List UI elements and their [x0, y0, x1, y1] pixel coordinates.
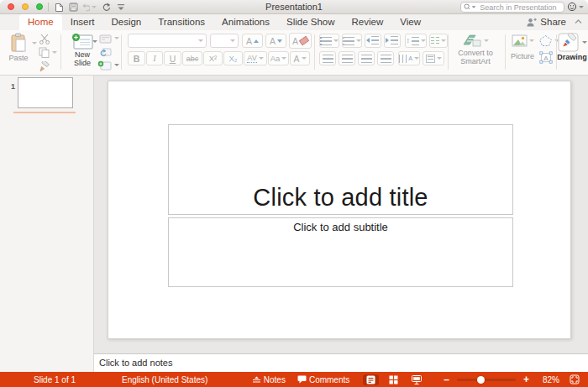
convert-to-smartart-button[interactable]: Convert to SmartArt: [450, 34, 501, 65]
slide-counter: Slide 1 of 1: [34, 375, 76, 384]
notes-toggle-label: Notes: [264, 375, 286, 384]
search-box[interactable]: [460, 2, 564, 13]
tab-home[interactable]: Home: [19, 14, 62, 30]
paste-label: Paste: [8, 54, 28, 62]
paste-button[interactable]: Paste: [5, 33, 32, 62]
reset-slide-button[interactable]: [99, 47, 112, 57]
italic-button[interactable]: I: [146, 51, 163, 65]
cut-button[interactable]: [39, 34, 50, 44]
zoom-in-button[interactable]: +: [523, 374, 529, 385]
group-divider: [121, 34, 122, 70]
comments-button[interactable]: Comments: [297, 375, 349, 384]
slide-show-button[interactable]: [408, 374, 425, 385]
language-status[interactable]: English (United States): [122, 375, 207, 384]
customize-toolbar-button[interactable]: [115, 2, 127, 13]
format-painter-brush-icon: [37, 61, 50, 72]
text-direction-button[interactable]: A: [398, 51, 420, 65]
columns-button[interactable]: [429, 34, 448, 48]
smiley-icon: [567, 2, 577, 12]
tab-view[interactable]: View: [391, 14, 429, 30]
redo-icon: [102, 3, 111, 12]
subscript-button[interactable]: X₂: [223, 51, 243, 65]
superscript-button[interactable]: X²: [203, 51, 223, 65]
copy-button[interactable]: [39, 47, 50, 58]
minimize-window-button[interactable]: [22, 3, 29, 10]
numbering-button[interactable]: [342, 34, 362, 48]
line-spacing-chevron-icon: [421, 39, 426, 42]
tab-insert[interactable]: Insert: [62, 14, 103, 30]
layout-button[interactable]: [99, 34, 112, 44]
bullets-button[interactable]: [319, 34, 339, 48]
increase-indent-button[interactable]: [384, 34, 401, 48]
line-spacing-button[interactable]: ↕: [405, 34, 427, 48]
zoom-level[interactable]: 82%: [543, 375, 559, 384]
share-button[interactable]: Share: [526, 17, 582, 27]
feedback-button[interactable]: [567, 2, 584, 12]
collapse-ribbon-chevron-icon[interactable]: [575, 19, 582, 24]
new-document-button[interactable]: [53, 2, 65, 13]
tab-review[interactable]: Review: [344, 14, 392, 30]
fit-slide-to-window-button[interactable]: [566, 374, 583, 385]
cut-scissors-icon: [39, 34, 50, 44]
tab-transitions[interactable]: Transitions: [150, 14, 213, 30]
align-left-icon: [323, 55, 333, 63]
text-box-icon: A: [539, 51, 553, 64]
align-center-button[interactable]: [339, 51, 355, 65]
font-name-combo[interactable]: [128, 34, 207, 48]
slide-1-thumbnail[interactable]: [18, 77, 73, 108]
copy-chevron-icon: [52, 51, 57, 54]
notes-toggle-button[interactable]: Notes: [252, 375, 286, 384]
comments-label: Comments: [309, 375, 349, 384]
slide-sorter-view-button[interactable]: [386, 374, 402, 385]
font-size-combo[interactable]: [210, 34, 239, 48]
notes-pane[interactable]: Click to add notes: [94, 353, 588, 372]
tab-animations[interactable]: Animations: [213, 14, 278, 30]
smartart-chevron-icon: [484, 39, 489, 42]
drawing-button[interactable]: Drawing: [558, 33, 586, 61]
zoom-slider-thumb[interactable]: [477, 376, 485, 384]
subtitle-placeholder[interactable]: Click to add subtitle: [168, 217, 513, 287]
share-label: Share: [540, 17, 566, 27]
normal-view-button[interactable]: [363, 374, 379, 385]
title-placeholder[interactable]: Click to add title: [168, 124, 513, 215]
text-box-button[interactable]: A: [539, 51, 553, 64]
underline-button[interactable]: U: [164, 51, 181, 65]
close-window-button[interactable]: [8, 3, 14, 10]
decrease-indent-button[interactable]: [365, 34, 381, 48]
picture-button[interactable]: Picture: [508, 34, 537, 60]
tab-slide-show[interactable]: Slide Show: [278, 14, 344, 30]
font-color-button[interactable]: A: [290, 51, 310, 65]
decrease-indent-icon: [367, 36, 379, 46]
undo-button[interactable]: [81, 2, 97, 13]
save-button[interactable]: [67, 2, 79, 13]
comments-icon: [297, 375, 307, 384]
tab-design[interactable]: Design: [102, 14, 150, 30]
format-painter-button[interactable]: [37, 61, 50, 72]
shrink-font-button[interactable]: A: [265, 34, 286, 48]
bold-button[interactable]: B: [128, 51, 145, 65]
section-icon: [97, 60, 112, 71]
strikethrough-button[interactable]: abc: [182, 51, 202, 65]
character-spacing-button[interactable]: AV: [244, 51, 267, 65]
redo-button[interactable]: [100, 2, 112, 13]
section-button[interactable]: [97, 60, 112, 71]
subtitle-placeholder-text: Click to add subtitle: [293, 221, 388, 233]
new-slide-button[interactable]: New Slide: [66, 33, 98, 67]
slide-editing-surface[interactable]: Click to add title Click to add subtitle: [108, 81, 571, 339]
zoom-window-button[interactable]: [36, 3, 43, 10]
search-input[interactable]: [478, 3, 561, 13]
align-text-icon: [426, 55, 435, 63]
zoom-out-button[interactable]: –: [444, 374, 449, 385]
group-divider: [60, 34, 61, 70]
character-spacing-letters: AV: [247, 54, 256, 63]
align-text-button[interactable]: [423, 51, 444, 65]
grow-font-button[interactable]: A: [242, 34, 263, 48]
align-right-button[interactable]: [358, 51, 375, 65]
zoom-slider[interactable]: [457, 376, 516, 384]
align-left-button[interactable]: [319, 51, 336, 65]
text-direction-chevron-icon: [414, 57, 419, 60]
justify-button[interactable]: [377, 51, 394, 65]
align-center-icon: [342, 55, 353, 63]
clear-formatting-button[interactable]: A: [289, 33, 312, 49]
change-case-button[interactable]: Aa: [268, 51, 289, 65]
